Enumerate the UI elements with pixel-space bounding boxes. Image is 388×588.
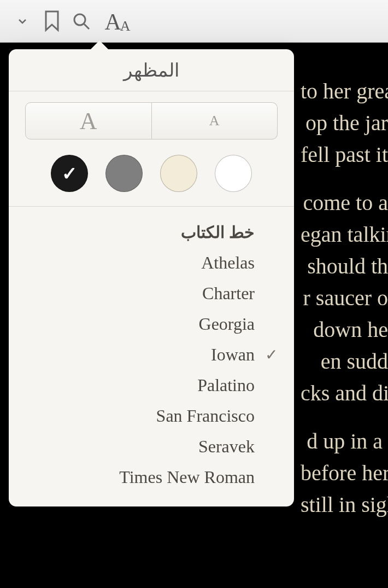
theme-black[interactable]: ✓ <box>51 155 88 192</box>
increase-font-label: A <box>80 107 97 135</box>
bookmark-icon[interactable] <box>39 9 64 34</box>
font-label: San Francisco <box>156 406 255 426</box>
font-label: خط الكتاب <box>181 223 255 242</box>
popover-title: المظهر <box>9 49 294 91</box>
decrease-font-label: A <box>209 113 220 129</box>
font-item-georgia[interactable]: Georgia <box>25 308 278 339</box>
font-item-timesnewroman[interactable]: Times New Roman <box>25 462 278 492</box>
font-item-bookfont[interactable]: خط الكتاب <box>25 217 278 247</box>
check-icon: ✓ <box>62 162 77 184</box>
font-label: Times New Roman <box>119 467 255 487</box>
theme-sepia[interactable] <box>160 155 197 192</box>
font-item-charter[interactable]: Charter <box>25 278 278 308</box>
font-label: Georgia <box>199 314 255 334</box>
search-icon[interactable] <box>69 9 94 34</box>
text-size-icon[interactable]: A A <box>98 9 137 34</box>
font-label: Seravek <box>198 436 255 457</box>
font-label: Athelas <box>201 253 255 273</box>
theme-white[interactable] <box>215 155 252 192</box>
check-icon: ✓ <box>264 346 278 364</box>
font-item-sanfrancisco[interactable]: San Francisco <box>25 400 278 431</box>
toolbar: A A <box>0 0 388 43</box>
chevron-down-icon[interactable] <box>10 9 35 34</box>
theme-gray[interactable] <box>105 155 143 192</box>
decrease-font-button[interactable]: A <box>152 102 278 139</box>
increase-font-button[interactable]: A <box>25 102 152 139</box>
font-list: خط الكتاب Athelas Charter Georgia Iowan … <box>9 207 294 507</box>
font-label: Palatino <box>197 375 255 395</box>
svg-point-0 <box>74 14 85 25</box>
font-item-seravek[interactable]: Seravek <box>25 431 278 462</box>
appearance-popover: المظهر A A ✓ خط الكتاب Athelas Charter <box>9 49 294 507</box>
font-label: Charter <box>202 283 255 304</box>
font-item-palatino[interactable]: Palatino <box>25 370 278 400</box>
font-label: Iowan <box>211 345 255 365</box>
font-item-athelas[interactable]: Athelas <box>25 247 278 278</box>
theme-row: ✓ <box>9 149 294 207</box>
svg-line-1 <box>84 24 89 29</box>
font-item-iowan[interactable]: Iowan ✓ <box>25 339 278 370</box>
font-size-row: A A <box>9 91 294 149</box>
